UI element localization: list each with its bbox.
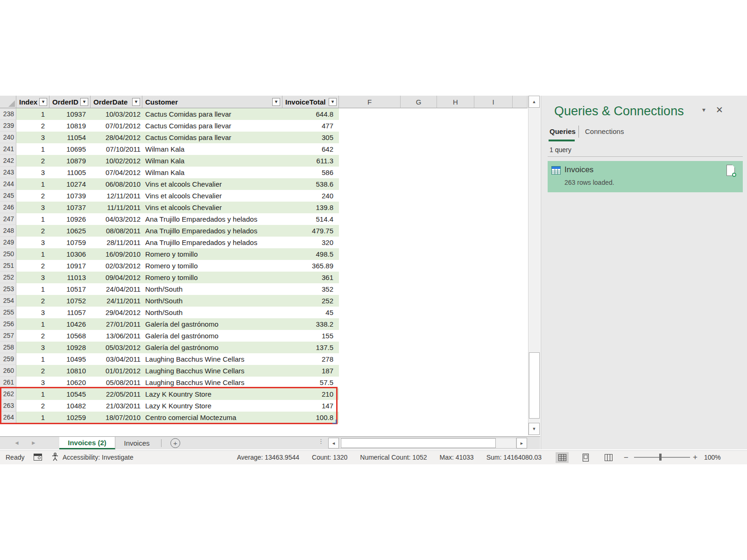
cell-orderdate[interactable]: 29/04/2012: [91, 307, 142, 318]
row-number[interactable]: 241: [0, 143, 16, 155]
chevron-down-icon[interactable]: ▾: [702, 106, 705, 113]
cell-orderid[interactable]: 10810: [49, 365, 91, 377]
sheet-nav-right-icon[interactable]: ►: [31, 440, 36, 446]
cell-invoicetotal[interactable]: 479.75: [282, 225, 339, 237]
cell-orderdate[interactable]: 09/04/2012: [91, 272, 142, 283]
select-all-corner[interactable]: [0, 96, 16, 108]
column-header-orderdate[interactable]: OrderDate▾: [91, 96, 142, 108]
row-number[interactable]: 246: [0, 202, 16, 213]
view-page-layout-icon[interactable]: [579, 452, 592, 463]
cell-invoicetotal[interactable]: 278: [282, 353, 339, 365]
cell-orderid[interactable]: 10495: [49, 353, 91, 365]
cell-index[interactable]: 1: [16, 213, 49, 225]
column-letter-h[interactable]: H: [437, 96, 474, 108]
row-number[interactable]: 247: [0, 213, 16, 225]
tab-queries[interactable]: Queries: [550, 127, 576, 135]
cell-index[interactable]: 1: [16, 248, 49, 260]
cell-orderdate[interactable]: 04/03/2012: [91, 213, 142, 225]
view-page-break-icon[interactable]: [602, 452, 615, 463]
cell-invoicetotal[interactable]: 611.3: [282, 155, 339, 167]
cell-orderdate[interactable]: 10/02/2012: [91, 155, 142, 167]
cell-orderid[interactable]: 10759: [49, 237, 91, 248]
cell-invoicetotal[interactable]: 240: [282, 190, 339, 202]
row-number[interactable]: 254: [0, 295, 16, 307]
cell-index[interactable]: 3: [16, 132, 49, 143]
cell-index[interactable]: 2: [16, 225, 49, 237]
filter-dropdown-icon[interactable]: ▾: [329, 98, 337, 106]
cell-orderid[interactable]: 10926: [49, 213, 91, 225]
status-stat[interactable]: Max: 41033: [440, 454, 474, 461]
row-number[interactable]: 253: [0, 283, 16, 295]
cell-customer[interactable]: Galería del gastrónomo: [142, 330, 282, 342]
sheet-nav-left-icon[interactable]: ◄: [14, 440, 20, 446]
cell-index[interactable]: 2: [16, 190, 49, 202]
column-letter-partial[interactable]: [513, 96, 528, 108]
cell-orderdate[interactable]: 07/10/2011: [91, 143, 142, 155]
sheet-tab-invoices[interactable]: Invoices: [116, 437, 158, 449]
column-header-invoicetotal[interactable]: InvoiceTotal▾: [282, 96, 339, 108]
cell-orderid[interactable]: 10426: [49, 318, 91, 330]
row-number[interactable]: 250: [0, 248, 16, 260]
row-number[interactable]: 255: [0, 307, 16, 318]
cell-orderdate[interactable]: 08/08/2011: [91, 225, 142, 237]
cell-orderdate[interactable]: 28/11/2011: [91, 237, 142, 248]
cell-customer[interactable]: Wilman Kala: [142, 167, 282, 178]
cell-customer[interactable]: Vins et alcools Chevalier: [142, 202, 282, 213]
view-normal-icon[interactable]: [556, 452, 569, 463]
cell-orderid[interactable]: 11005: [49, 167, 91, 178]
cell-index[interactable]: 3: [16, 167, 49, 178]
cell-customer[interactable]: Romero y tomillo: [142, 260, 282, 272]
cell-index[interactable]: 1: [16, 283, 49, 295]
cell-invoicetotal[interactable]: 252: [282, 295, 339, 307]
cell-invoicetotal[interactable]: 137.5: [282, 342, 339, 353]
cell-invoicetotal[interactable]: 644.8: [282, 108, 339, 120]
cell-customer[interactable]: Vins et alcools Chevalier: [142, 178, 282, 190]
column-header-index[interactable]: Index▾: [16, 96, 49, 108]
tab-resize-handle[interactable]: ⋮: [318, 438, 324, 445]
cell-orderdate[interactable]: 13/06/2011: [91, 330, 142, 342]
cell-invoicetotal[interactable]: 538.6: [282, 178, 339, 190]
cell-customer[interactable]: Vins et alcools Chevalier: [142, 190, 282, 202]
row-number[interactable]: 260: [0, 365, 16, 377]
vertical-scrollbar-thumb[interactable]: [529, 352, 540, 419]
cell-orderid[interactable]: 11054: [49, 132, 91, 143]
cell-index[interactable]: 2: [16, 365, 49, 377]
cell-orderid[interactable]: 10306: [49, 248, 91, 260]
cell-orderid[interactable]: 10568: [49, 330, 91, 342]
column-letter-i[interactable]: I: [474, 96, 513, 108]
cell-index[interactable]: 2: [16, 330, 49, 342]
column-header-customer[interactable]: Customer▾: [142, 96, 282, 108]
cell-invoicetotal[interactable]: 352: [282, 283, 339, 295]
row-number[interactable]: 240: [0, 132, 16, 143]
cell-customer[interactable]: Galería del gastrónomo: [142, 342, 282, 353]
cell-customer[interactable]: Laughing Bacchus Wine Cellars: [142, 365, 282, 377]
cell-customer[interactable]: Cactus Comidas para llevar: [142, 108, 282, 120]
scroll-down-icon[interactable]: ▼: [529, 423, 540, 435]
cell-index[interactable]: 1: [16, 143, 49, 155]
cell-invoicetotal[interactable]: 365.89: [282, 260, 339, 272]
row-number[interactable]: 256: [0, 318, 16, 330]
horizontal-scrollbar-thumb[interactable]: [341, 438, 496, 448]
row-number[interactable]: 259: [0, 353, 16, 365]
cell-customer[interactable]: Ana Trujillo Emparedados y helados: [142, 225, 282, 237]
row-number[interactable]: 257: [0, 330, 16, 342]
zoom-slider-thumb[interactable]: [659, 454, 662, 461]
cell-orderid[interactable]: 10917: [49, 260, 91, 272]
cell-invoicetotal[interactable]: 305: [282, 132, 339, 143]
cell-orderdate[interactable]: 01/01/2012: [91, 365, 142, 377]
row-number[interactable]: 238: [0, 108, 16, 120]
cell-index[interactable]: 1: [16, 353, 49, 365]
row-number[interactable]: 252: [0, 272, 16, 283]
cell-orderdate[interactable]: 27/01/2011: [91, 318, 142, 330]
cell-index[interactable]: 1: [16, 108, 49, 120]
cell-orderid[interactable]: 10819: [49, 120, 91, 132]
column-letter-g[interactable]: G: [401, 96, 437, 108]
cell-invoicetotal[interactable]: 338.2: [282, 318, 339, 330]
cell-orderdate[interactable]: 24/04/2011: [91, 283, 142, 295]
row-number[interactable]: 248: [0, 225, 16, 237]
row-number[interactable]: 243: [0, 167, 16, 178]
cell-invoicetotal[interactable]: 586: [282, 167, 339, 178]
zoom-out-icon[interactable]: −: [624, 453, 628, 462]
cell-customer[interactable]: Cactus Comidas para llevar: [142, 132, 282, 143]
row-number[interactable]: 258: [0, 342, 16, 353]
